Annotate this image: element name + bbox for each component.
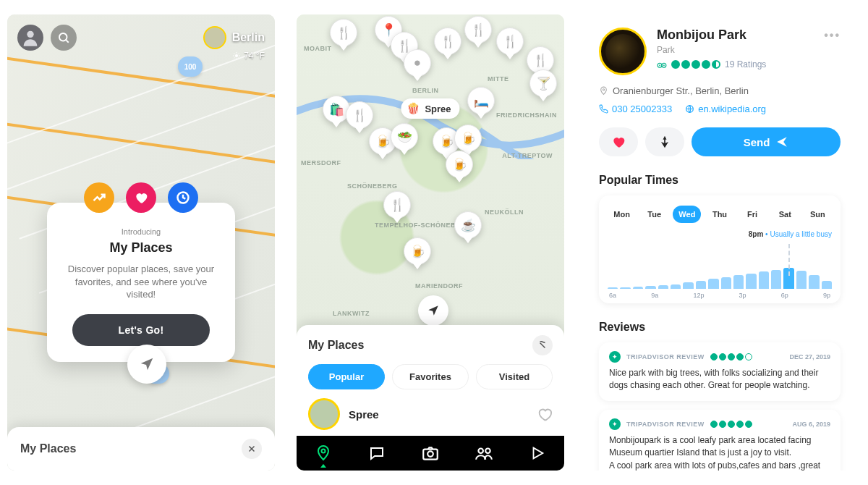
busy-bar (796, 271, 807, 289)
profile-avatar[interactable] (17, 25, 43, 51)
district-label: BERLIN (412, 87, 439, 94)
my-places-sheet-collapsed[interactable]: My Places (7, 427, 275, 471)
day-tab-sun[interactable]: Sun (804, 206, 832, 223)
send-icon (775, 135, 788, 148)
map-cluster-badge[interactable]: 100 (178, 56, 203, 77)
location-chip[interactable]: Berlin (203, 26, 265, 49)
sun-icon (232, 51, 241, 60)
map-pin-food[interactable]: 🍴 (464, 16, 492, 48)
busy-callout: 8pm • Usually a little busy (608, 230, 832, 238)
day-tab-tue[interactable]: Tue (640, 206, 668, 223)
popular-times-chart (608, 244, 832, 289)
map-pin-food[interactable]: 🍴 (330, 19, 357, 51)
map-pin-food[interactable]: 🍴 (383, 191, 411, 223)
busy-bar (645, 286, 655, 289)
nav-play[interactable] (511, 436, 564, 471)
review-card[interactable]: ✦TRIPADVISOR REVIEWDEC 27, 2019Nice park… (599, 342, 841, 401)
svg-line-9 (239, 58, 239, 59)
nav-friends[interactable] (457, 436, 511, 471)
place-list-item[interactable]: Spree (308, 398, 553, 430)
svg-point-20 (478, 449, 483, 454)
play-icon (529, 445, 545, 461)
place-address: Oranienburger Str., Berlin, Berlin (599, 85, 841, 96)
favorite-button[interactable] (599, 127, 638, 156)
day-tab-thu[interactable]: Thu (705, 206, 733, 223)
place-hero-image (599, 28, 647, 75)
intro-card: Introducing My Places Discover popular p… (47, 203, 235, 362)
svg-point-1 (59, 33, 67, 41)
sheet-title: My Places (308, 339, 364, 352)
send-button[interactable]: Send (692, 127, 841, 156)
day-tab-mon[interactable]: Mon (608, 206, 636, 223)
svg-point-25 (659, 64, 660, 66)
svg-line-11 (239, 53, 239, 54)
place-category: Park (657, 45, 766, 55)
tab-visited[interactable]: Visited (476, 364, 553, 389)
tripadvisor-icon: ✦ (609, 351, 621, 363)
district-label: MITTE (488, 75, 509, 83)
review-date: DEC 27, 2019 (789, 353, 830, 360)
review-source: TRIPADVISOR REVIEW (626, 353, 705, 360)
district-label: MOABIT (304, 45, 332, 52)
map-pin-gray[interactable]: ● (404, 49, 431, 81)
favorite-heart-icon[interactable] (537, 406, 553, 422)
busy-bar (683, 282, 693, 289)
screenshot-map-popular: MOABIT BERLIN MITTE FRIEDRICHSHAIN ALT-T… (297, 14, 564, 471)
map-pin-food[interactable]: 🍴 (496, 28, 524, 59)
locate-me-button[interactable] (418, 295, 448, 326)
svg-point-26 (663, 64, 665, 66)
search-button[interactable] (51, 25, 77, 51)
map-pin-coffee[interactable]: ☕ (454, 211, 482, 243)
locate-me-button[interactable] (127, 345, 166, 384)
my-places-sheet[interactable]: My Places Popular Favorites Visited Spre… (297, 325, 564, 436)
close-button[interactable] (532, 335, 553, 355)
place-chip-spree[interactable]: 🍿 Spree (401, 98, 459, 119)
district-label: LANKWITZ (333, 310, 370, 317)
busy-bar (746, 274, 756, 289)
review-card[interactable]: ✦TRIPADVISOR REVIEWAUG 6, 2019Monbijoupa… (599, 410, 841, 471)
day-tab-sat[interactable]: Sat (771, 206, 799, 223)
nav-map[interactable] (297, 436, 350, 471)
location-arrow-icon (427, 304, 440, 317)
phone-link[interactable]: 030 25002333 (599, 104, 672, 114)
website-link[interactable]: en.wikipedia.org (685, 104, 766, 114)
map-pin-beer[interactable]: 🍺 (404, 237, 431, 269)
lets-go-button[interactable]: Let's Go! (72, 314, 210, 346)
close-icon (538, 341, 547, 350)
tab-favorites[interactable]: Favorites (392, 364, 469, 389)
review-date: AUG 6, 2019 (792, 421, 830, 428)
map-pin-hotel[interactable]: 🛏️ (467, 87, 495, 119)
busy-bar (771, 270, 781, 289)
chat-icon (368, 444, 386, 462)
directions-button[interactable] (645, 127, 684, 156)
chart-x-labels: 6a9a12p3p6p9p (608, 292, 832, 299)
tripadvisor-icon: ✦ (609, 418, 621, 430)
location-avatar-ring (203, 26, 226, 49)
svg-point-19 (427, 451, 433, 457)
map-pin-food[interactable]: 🍴 (434, 28, 461, 59)
screenshot-my-places-intro: 100 100 100 Berlin 74 °F Intro (7, 14, 275, 471)
district-label: ALT-TREPTOW (502, 152, 553, 159)
map-pin-food[interactable]: 🥗 (391, 123, 418, 155)
map-pin-beer[interactable]: 🍺 (446, 151, 473, 182)
tab-popular[interactable]: Popular (308, 364, 385, 389)
clock-icon (168, 182, 198, 213)
day-tab-fri[interactable]: Fri (739, 206, 767, 223)
busy-bar (696, 281, 706, 289)
map-pin-icon (315, 444, 332, 462)
close-icon (247, 444, 256, 453)
close-button[interactable] (242, 439, 262, 459)
nav-chat[interactable] (350, 436, 404, 471)
review-body: Monbijoupark is a cool leafy park area l… (609, 434, 830, 471)
popular-times-card: MonTueWedThuFriSatSun 8pm • Usually a li… (599, 195, 841, 303)
map-pin-drink[interactable]: 🍸 (529, 69, 557, 101)
busy-bar (822, 281, 832, 289)
nav-camera[interactable] (404, 436, 457, 471)
day-tab-wed[interactable]: Wed (673, 206, 701, 223)
busy-bar (608, 287, 618, 289)
map-view[interactable]: MOABIT BERLIN MITTE FRIEDRICHSHAIN ALT-T… (297, 14, 564, 333)
intro-eyebrow: Introducing (61, 227, 221, 236)
more-options-button[interactable]: ••• (824, 29, 841, 42)
busy-bar (721, 277, 731, 289)
chip-label: Spree (425, 104, 451, 114)
